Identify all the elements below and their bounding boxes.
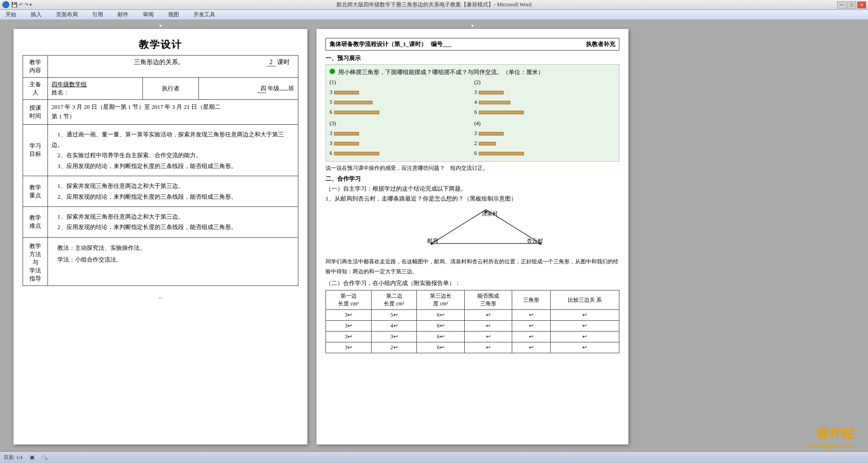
section1-title: 一、预习展示 xyxy=(326,54,619,62)
stick-row-2-1: 3 xyxy=(474,89,615,96)
stick-row-3-3: 6 xyxy=(330,150,471,157)
right-page-header: 集体研备教学流程设计（第_1_课时） 编号___ 执教者补充 xyxy=(326,38,619,51)
cell-3-1: 3↩ xyxy=(326,332,372,342)
table-row-key: 教学重点 1、探索并发现三角形任意两边之和大于第三边。 2、应用发现的结论，来判… xyxy=(23,176,298,207)
stick-bar-5 xyxy=(334,101,373,104)
sticks-grid: (1) 3 5 6 (2) xyxy=(330,79,615,158)
cell-4-5: ↩ xyxy=(512,342,551,353)
stick-num: 6 xyxy=(474,150,477,157)
table-row: 3↩ 5↩ 6↩ ↩ ↩ ↩ xyxy=(326,310,619,321)
stick-bar-3e xyxy=(479,132,504,136)
bullet-icon xyxy=(330,69,335,74)
table-row-content: 教学内容 三角形边的关系。2 课时 xyxy=(23,56,298,78)
triangle-svg: 清泉村 邮局 杏云村 xyxy=(427,207,545,248)
svg-text:清泉村: 清泉村 xyxy=(481,210,498,217)
stick-group-4: (4) 3 2 6 xyxy=(474,120,615,158)
sub2-title: （二）合作学习，在小组内完成（附实验报告单）： xyxy=(326,279,619,287)
problem1-text: 1、从邮局到杏云村，走哪条路最近？你是怎么想的？（黑板绘制示意图） xyxy=(326,195,619,203)
svg-point-7 xyxy=(430,242,433,245)
view-icon[interactable]: ▣ xyxy=(30,454,34,460)
cell-2-5: ↩ xyxy=(512,321,551,332)
stick-row-4-2: 2 xyxy=(474,140,615,147)
table-row: 3↩ 4↩ 6↩ ↩ ↩ ↩ xyxy=(326,321,619,332)
cell-1-1: 3↩ xyxy=(326,310,372,321)
minimize-button[interactable]: ─ xyxy=(837,1,846,9)
table-row: 3↩ 2↩ 6↩ ↩ ↩ ↩ xyxy=(326,342,619,353)
title-bar: 🔵 💾 ↶ ↷ ▾ 新北师大版四年级数学下册三角形边的关系电子教案【兼容模式】-… xyxy=(0,0,868,10)
app-icon: 🔵 xyxy=(2,1,9,9)
tab-layout[interactable]: 页面布局 xyxy=(53,10,80,19)
cell-4-2: 2↩ xyxy=(371,342,417,353)
difficulty-label: 教学难点 xyxy=(23,206,48,237)
maximize-button[interactable]: □ xyxy=(847,1,856,9)
main-area: 教学设计 教学内容 三角形边的关系。2 课时 主备人 四年级数学组 姓名： 执行… xyxy=(0,20,868,451)
col-header-2: 第二边长度 cm² xyxy=(371,290,417,310)
executor-label: 执行者 xyxy=(143,78,199,100)
group2-label: (2) xyxy=(474,79,615,86)
tab-insert[interactable]: 插入 xyxy=(28,10,44,19)
tab-references[interactable]: 引用 xyxy=(90,10,106,19)
cell-2-2: 4↩ xyxy=(371,321,417,332)
table-header-row: 第一边长度 cm² 第二边长度 cm² 第三边长度 cm² 能否围成三角形 三角… xyxy=(326,290,619,310)
stick-num: 3 xyxy=(474,130,477,137)
stick-num: 3 xyxy=(474,89,477,96)
watermark-text: 课件站 xyxy=(807,425,854,442)
table-row-method: 教学方法与学法指导 教法：主动探究法、实验操作法。 学法：小组合作交流法。 xyxy=(23,237,298,285)
tab-home[interactable]: 开始 xyxy=(3,10,19,19)
cell-2-6: ↩ xyxy=(550,321,619,332)
stick-group-2: (2) 3 4 6 xyxy=(474,79,615,117)
tab-review[interactable]: 审阅 xyxy=(140,10,156,19)
close-button[interactable]: ✕ xyxy=(857,1,866,9)
group3-label: (3) xyxy=(330,120,471,127)
key-label: 教学重点 xyxy=(23,176,48,207)
stick-bar-6d xyxy=(479,152,524,155)
stick-row-2-2: 4 xyxy=(474,99,615,106)
tab-mail[interactable]: 邮件 xyxy=(115,10,131,19)
quick-access: 💾 ↶ ↷ ▾ xyxy=(11,2,32,8)
time-value: 2017 年 3 月 20 日（星期一第 1 节）至 2017 年 3 月 21… xyxy=(48,100,298,125)
right-page-top-marker xyxy=(471,24,474,27)
content-value: 三角形边的关系。2 课时 xyxy=(48,56,298,78)
ribbon: 开始 插入 页面布局 引用 邮件 审阅 视图 开发工具 xyxy=(0,10,868,20)
stick-group-1: (1) 3 5 6 xyxy=(330,79,471,117)
grade-value: 四 年级班 xyxy=(199,78,298,100)
page-top-marker xyxy=(159,24,162,27)
stick-num: 4 xyxy=(474,99,477,106)
preview-instruction: 用小棒摆三角形，下面哪组能摆成？哪组摆不成？与同伴交流。（单位：厘米） xyxy=(330,68,615,76)
window-controls[interactable]: ─ □ ✕ xyxy=(837,1,866,9)
goals-value: 1、通过画一画、量一量、算一算等实验活动，探索并发现三角形任意两边之和大于第三边… xyxy=(48,124,298,176)
cell-1-4: ↩ xyxy=(464,310,512,321)
stick-num: 3 xyxy=(330,89,332,96)
content-label: 教学内容 xyxy=(23,56,48,78)
preview-text: 用小棒摆三角形，下面哪组能摆成？哪组摆不成？与同伴交流。（单位：厘米） xyxy=(338,69,544,75)
title-bar-left: 🔵 💾 ↶ ↷ ▾ xyxy=(2,1,32,9)
col-header-6: 比较三边关 系 xyxy=(550,290,619,310)
executor-supplement: 执教者补充 xyxy=(586,40,615,48)
watermark-url: www.kjzhan.com xyxy=(807,442,854,449)
time-label: 授课时间 xyxy=(23,100,48,125)
stick-num: 2 xyxy=(474,140,477,147)
stick-group-3: (3) 3 3 6 xyxy=(330,120,471,158)
cell-4-1: 3↩ xyxy=(326,342,372,353)
cell-3-3: 6↩ xyxy=(417,332,464,342)
cell-3-5: ↩ xyxy=(512,332,551,342)
stick-row-2-3: 6 xyxy=(474,109,615,116)
doc-title: 教学设计 xyxy=(23,38,298,51)
preview-question: 说一说在预习课中操作的感受，应注意哪些问题？ 组内交流订正。 xyxy=(326,164,619,172)
group1-label: (1) xyxy=(330,79,471,86)
cell-3-2: 3↩ xyxy=(371,332,417,342)
goals-label: 学习目标 xyxy=(23,124,48,176)
cell-1-2: 5↩ xyxy=(371,310,417,321)
stick-bar-3 xyxy=(334,91,359,94)
col-header-5: 三角形 xyxy=(512,290,551,310)
stick-bar-2 xyxy=(479,142,496,145)
col-header-4: 能否围成三角形 xyxy=(464,290,512,310)
stick-bar-4 xyxy=(479,101,510,104)
cell-1-5: ↩ xyxy=(512,310,551,321)
key-value: 1、探索并发现三角形任意两边之和大于第三边。 2、应用发现的结论，来判断指定长度… xyxy=(48,176,298,207)
svg-point-8 xyxy=(539,242,542,245)
tab-view[interactable]: 视图 xyxy=(165,10,182,19)
tab-developer[interactable]: 开发工具 xyxy=(191,10,218,19)
cell-4-6: ↩ xyxy=(550,342,619,353)
page-bottom: ↩ xyxy=(23,295,298,301)
